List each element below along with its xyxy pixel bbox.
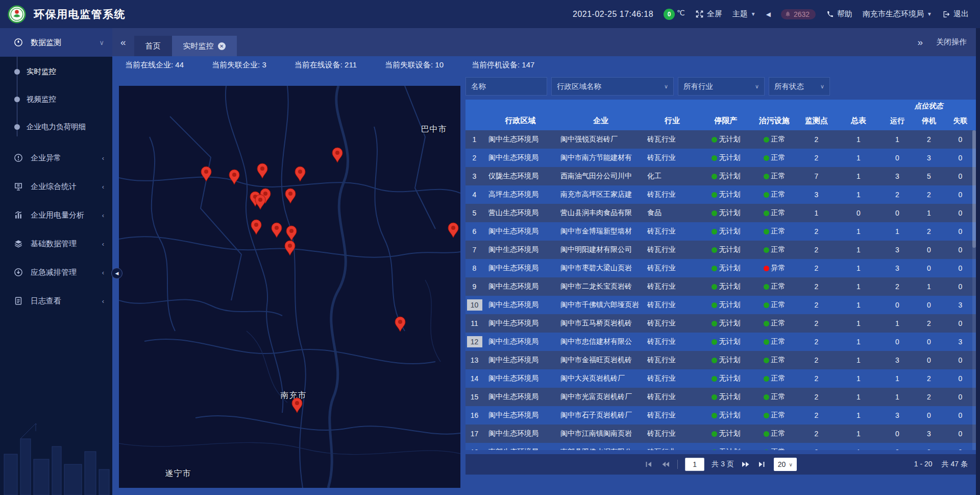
- stat-value: 10: [435, 60, 444, 69]
- cell-stopped: 2: [913, 319, 945, 327]
- map-collapse-handle[interactable]: ◀: [111, 268, 122, 279]
- chevron-collapsed-icon: ‹: [102, 240, 104, 248]
- table-row[interactable]: 7 阆中生态环境局 阆中明阳建材有限公司 砖瓦行业 无计划 正常 2 1 3 0…: [465, 241, 976, 259]
- page-size-select[interactable]: 20 ∨: [774, 458, 797, 471]
- cell-limit-status: 无计划: [700, 245, 751, 254]
- sidebar-item-3[interactable]: 企业用电量分析 ‹: [0, 201, 112, 229]
- stat-label: 当前失联设备:: [385, 60, 435, 69]
- map-pin-icon[interactable]: [286, 225, 297, 241]
- table-row[interactable]: 10 阆中生态环境局 阆中市千佛镇六郎垭页岩 砖瓦行业 无计划 正常 2 1 0…: [465, 296, 976, 314]
- tab-realtime-monitor[interactable]: 实时监控 ✕: [172, 36, 237, 56]
- organization-dropdown[interactable]: 南充市生态环境局 ▼: [863, 9, 932, 19]
- next-page-button[interactable]: [741, 460, 750, 468]
- cell-company: 阆中市江南镇阆南页岩: [557, 429, 644, 438]
- sidebar-item-2[interactable]: 企业综合统计 ‹: [0, 172, 112, 201]
- table-row[interactable]: 1 阆中生态环境局 阆中强锐页岩砖厂 砖瓦行业 无计划 正常 2 1 1 2 0: [465, 130, 976, 149]
- cell-industry: 砖瓦行业: [644, 153, 700, 162]
- map-pin-icon[interactable]: [251, 219, 262, 234]
- cell-facility-status: 正常: [751, 447, 797, 450]
- sidebar-subitem[interactable]: 企业电力负荷明细: [0, 113, 112, 140]
- table-row[interactable]: 6 阆中生态环境局 阆中市金博瑞新型墙材 砖瓦行业 无计划 正常 2 1 1 2…: [465, 222, 976, 241]
- cell-industry: 砖瓦行业: [644, 135, 700, 144]
- cell-index: 13: [465, 355, 483, 366]
- table-row[interactable]: 2 阆中生态环境局 阆中市南方节能建材有 砖瓦行业 无计划 正常 2 1 0 3…: [465, 149, 976, 167]
- tab-close-icon[interactable]: ✕: [218, 42, 226, 50]
- table-row[interactable]: 15 阆中生态环境局 阆中市光富页岩机砖厂 砖瓦行业 无计划 正常 2 1 1 …: [465, 388, 976, 406]
- name-filter-input[interactable]: [465, 77, 547, 96]
- table-scrollbar[interactable]: [972, 130, 976, 450]
- stat-value: 211: [345, 60, 357, 69]
- status-filter-select[interactable]: 所有状态 ∨: [769, 77, 830, 96]
- status-dot-icon: [764, 247, 769, 253]
- map-roads: [119, 86, 460, 488]
- close-operations-button[interactable]: 关闭操作: [936, 37, 967, 47]
- map-pin-icon[interactable]: [291, 397, 303, 413]
- table-row[interactable]: 12 阆中生态环境局 阆中市忠信建材有限公 砖瓦行业 无计划 正常 2 1 0 …: [465, 333, 976, 351]
- map-pin-icon[interactable]: [229, 169, 240, 184]
- announcement-collapse-icon[interactable]: ◀: [766, 11, 771, 18]
- sidebar-item-1[interactable]: 企业异常 ‹: [0, 144, 112, 172]
- cell-region: 仪陇生态环境局: [483, 172, 557, 181]
- cell-total-meters: 1: [836, 154, 881, 162]
- table-row[interactable]: 18 南部生态环境局 南部县双佛水泥有限公 砖瓦行业 无计划 正常 2 1 0 …: [465, 443, 976, 450]
- cell-total-meters: 1: [836, 246, 881, 254]
- map-pin-icon[interactable]: [255, 194, 266, 209]
- map-pin-icon[interactable]: [201, 166, 212, 181]
- sidebar-item-0[interactable]: 数据监测 ∨: [0, 28, 112, 57]
- logout-button[interactable]: 退出: [942, 9, 969, 19]
- map-canvas[interactable]: 巴中市南充市遂宁市: [119, 86, 460, 488]
- table-row[interactable]: 14 阆中生态环境局 阆中大兴页岩机砖厂 砖瓦行业 无计划 正常 2 1 1 2…: [465, 369, 976, 388]
- industry-filter-select[interactable]: 所有行业 ∨: [678, 77, 765, 96]
- cell-stopped: 0: [913, 356, 945, 364]
- table-header: 行政区域 企业 行业 停限产 治污设施 监测点 总表 点位状态 运行 停机 失联: [465, 100, 976, 130]
- cell-region: 阆中生态环境局: [483, 356, 557, 365]
- fullscreen-button[interactable]: 全屏: [695, 9, 722, 19]
- cell-total-meters: 1: [836, 301, 881, 309]
- sidebar-item-4[interactable]: 基础数据管理 ‹: [0, 229, 112, 258]
- cell-facility-status: 正常: [751, 227, 797, 236]
- map-pin-icon[interactable]: [257, 163, 268, 178]
- cell-facility-status: 正常: [751, 190, 797, 199]
- map-pin-icon[interactable]: [332, 147, 343, 162]
- status-dot-icon: [712, 302, 717, 308]
- cell-limit-status: 无计划: [700, 190, 751, 199]
- sidebar-subitem[interactable]: 视频监控: [0, 85, 112, 113]
- tab-home[interactable]: 首页: [134, 36, 172, 56]
- sidebar-item-6[interactable]: 日志查看 ‹: [0, 287, 112, 315]
- table-row[interactable]: 4 高坪生态环境局 南充市高坪区王家店建 砖瓦行业 无计划 正常 3 1 2 2…: [465, 185, 976, 204]
- table-row[interactable]: 5 营山生态环境局 营山县润丰肉食品有限 食品 无计划 正常 1 0 0 1 0: [465, 204, 976, 222]
- tabs-scroll-right-icon[interactable]: »: [917, 37, 923, 48]
- map-pin-icon[interactable]: [271, 222, 282, 238]
- tabs-scroll-left-icon[interactable]: «: [112, 37, 134, 48]
- table-row[interactable]: 13 阆中生态环境局 阆中市金福旺页岩机砖 砖瓦行业 无计划 正常 2 1 3 …: [465, 351, 976, 369]
- previous-page-button[interactable]: [661, 460, 670, 468]
- cell-running: 0: [881, 448, 913, 450]
- last-page-button[interactable]: [757, 460, 767, 468]
- table-row[interactable]: 8 阆中生态环境局 阆中市枣碧大梁山页岩 砖瓦行业 无计划 异常 2 1 3 0…: [465, 259, 976, 277]
- map-pin-icon[interactable]: [295, 166, 306, 181]
- theme-label: 主题: [732, 9, 748, 19]
- cell-industry: 砖瓦行业: [644, 264, 700, 273]
- region-filter-select[interactable]: 行政区域名称 ∨: [551, 77, 674, 96]
- map-pin-icon[interactable]: [395, 316, 406, 332]
- status-dot-icon: [764, 339, 769, 345]
- sidebar-item-5[interactable]: 应急减排管理 ‹: [0, 258, 112, 287]
- cell-total-meters: 1: [836, 356, 881, 364]
- filter-row: 行政区域名称 ∨ 所有行业 ∨ 所有状态 ∨: [465, 77, 976, 96]
- map-pin-icon[interactable]: [285, 188, 296, 203]
- sidebar-subitem[interactable]: 实时监控: [0, 58, 112, 85]
- table-row[interactable]: 16 阆中生态环境局 阆中市石子页岩机砖厂 砖瓦行业 无计划 正常 2 1 3 …: [465, 406, 976, 425]
- cell-monitor-points: 7: [797, 172, 836, 180]
- help-button[interactable]: 帮助: [826, 9, 852, 19]
- table-row[interactable]: 11 阆中生态环境局 阆中市五马桥页岩机砖 砖瓦行业 无计划 正常 2 1 1 …: [465, 314, 976, 333]
- page-number-input[interactable]: [685, 458, 704, 471]
- cell-company: 阆中市五马桥页岩机砖: [557, 319, 644, 328]
- table-row[interactable]: 9 阆中生态环境局 阆中市二龙长宝页岩砖 砖瓦行业 无计划 正常 2 1 2 1…: [465, 277, 976, 296]
- first-page-button[interactable]: [645, 460, 654, 468]
- table-row[interactable]: 17 阆中生态环境局 阆中市江南镇阆南页岩 砖瓦行业 无计划 正常 2 1 0 …: [465, 425, 976, 443]
- table-row[interactable]: 3 仪陇生态环境局 西南油气田分公司川中 化工 无计划 正常 7 1 3 5 0: [465, 167, 976, 185]
- notification-badge[interactable]: 2632: [781, 9, 816, 19]
- theme-dropdown[interactable]: 主题 ▼: [732, 9, 756, 19]
- map-pin-icon[interactable]: [448, 222, 459, 238]
- map-pin-icon[interactable]: [284, 240, 296, 255]
